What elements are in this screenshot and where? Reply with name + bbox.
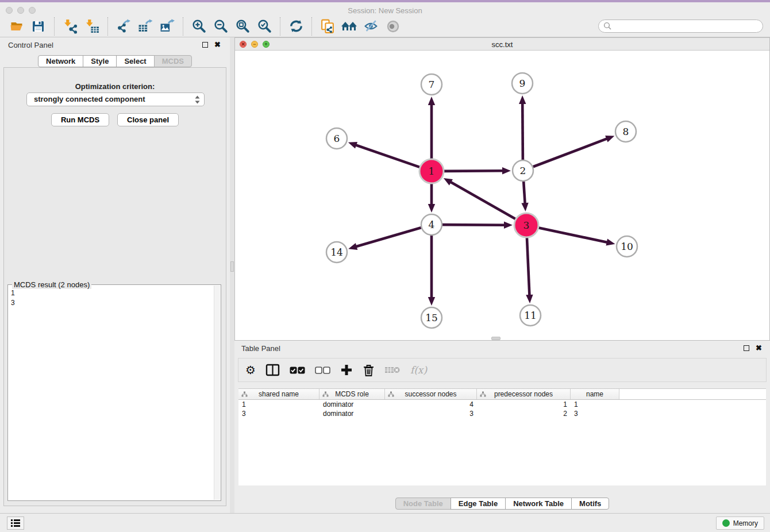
table-close-icon[interactable]: ✖ [756,344,762,352]
delete-table-button[interactable] [384,362,401,378]
apply-function-button[interactable]: f(x) [410,362,427,378]
table-settings-button[interactable]: ⚙ [245,362,256,378]
zoom-fit-button[interactable] [232,17,253,36]
table-row: 3dominator323 [238,409,766,418]
export-network-button[interactable] [113,17,134,36]
graph-edge-1-6[interactable] [355,145,419,167]
column-header[interactable]: MCDS role [319,389,385,399]
tab-style[interactable]: Style [83,55,117,67]
export-table-button[interactable] [134,17,156,36]
graph-node-label: 6 [334,133,340,144]
refresh-icon [288,18,304,34]
table-cell[interactable]: 3 [385,409,477,418]
graph-edge-3-1[interactable] [449,182,515,219]
network-view-window: ✕ − + scc.txt 7968124314101511 [234,37,770,341]
export-image-button[interactable] [156,17,178,36]
column-header[interactable]: name [571,389,619,399]
column-header[interactable]: shared name [238,389,319,399]
mcds-buttons: Run MCDS Close panel [4,113,226,126]
control-panel: Control Panel ✖ Network Style Select MCD… [0,37,230,513]
graph-node-label: 1 [429,165,435,177]
tab-select[interactable]: Select [116,55,154,67]
control-panel-title: Control Panel [8,41,53,49]
first-neighbors-button[interactable] [338,17,360,36]
table-cell[interactable]: 1 [477,400,571,409]
select-all-columns-button[interactable] [290,362,305,378]
graph-edge-4-3[interactable] [442,225,506,225]
table-cell[interactable]: 4 [385,400,477,409]
tab-node-table[interactable]: Node Table [395,498,451,510]
zoom-selected-icon [257,18,272,34]
graph-edge-4-14[interactable] [355,228,421,246]
column-header[interactable]: predecessor nodes [477,389,571,399]
graph-edge-2-8[interactable] [533,138,608,167]
table-row: 1dominator411 [238,400,766,409]
graph-edge-2-9[interactable] [522,102,523,160]
table-cell[interactable]: 2 [477,409,571,418]
delete-column-button[interactable] [363,362,375,378]
vertical-splitter[interactable] [230,37,234,513]
save-session-button[interactable] [28,17,49,36]
memory-button[interactable]: Memory [716,516,764,530]
graph-node-label: 3 [523,219,530,231]
mcds-result-text[interactable]: 1 3 [11,288,211,498]
tab-motifs[interactable]: Motifs [571,498,609,510]
horizontal-splitter-grip[interactable] [491,337,500,340]
table-cell[interactable]: 1 [238,400,319,409]
table-panel-header: Table Panel ✖ [234,341,770,356]
result-scrollbar[interactable] [214,286,220,500]
split-panel-button[interactable] [265,362,280,378]
graph-edge-1-2[interactable] [444,171,504,171]
show-all-button[interactable] [382,17,404,36]
save-floppy-icon [31,19,46,34]
network-canvas[interactable]: 7968124314101511 [235,51,769,341]
graph-edge-3-11[interactable] [527,238,530,296]
criterion-select[interactable]: strongly connected component [26,92,205,106]
memory-label: Memory [733,519,758,527]
graph-edge-3-10[interactable] [539,228,609,243]
graph-edge-2-3[interactable] [523,182,525,205]
splitter-grip[interactable] [230,261,234,272]
split-columns-icon [265,364,280,376]
duplicate-network-button[interactable] [317,17,338,36]
eye-disabled-icon [386,19,401,34]
duplicate-network-icon [319,18,336,34]
column-header[interactable]: successor nodes [385,389,477,399]
tab-network[interactable]: Network [38,55,83,67]
import-network-button[interactable] [59,17,81,36]
graph-node-label: 2 [520,165,526,176]
unchecked-boxes-icon [315,367,330,374]
zoom-out-button[interactable] [210,17,232,36]
zoom-in-button[interactable] [188,17,210,36]
hide-selected-button[interactable] [360,17,382,36]
table-cell[interactable]: dominator [319,409,385,418]
table-cell[interactable]: dominator [319,400,385,409]
import-table-button[interactable] [81,17,103,36]
tab-network-table[interactable]: Network Table [505,498,572,510]
run-mcds-button[interactable]: Run MCDS [51,113,109,126]
close-panel-icon[interactable]: ✖ [214,40,221,49]
toolbar-separator [311,17,312,36]
table-cell[interactable]: 1 [571,400,619,409]
zoom-out-icon [213,18,229,34]
add-column-button[interactable] [340,362,353,378]
table-float-icon[interactable] [744,345,749,351]
open-session-button[interactable] [6,17,28,36]
tab-mcds[interactable]: MCDS [154,55,192,67]
table-cell[interactable]: 3 [571,409,619,418]
search-field [598,20,763,33]
task-history-button[interactable] [7,516,24,530]
float-panel-icon[interactable] [202,42,208,48]
refresh-button[interactable] [285,17,307,36]
tab-edge-table[interactable]: Edge Table [451,498,506,510]
zoom-selected-button[interactable] [253,17,275,36]
search-input[interactable] [598,20,763,33]
toolbar-separator [183,17,183,36]
export-image-icon [159,18,175,34]
table-cell[interactable]: 3 [238,409,319,418]
control-panel-header: Control Panel ✖ [0,37,230,52]
mcds-panel-body: Optimization criterion: strongly connect… [3,67,226,506]
graph-edge-arrow [428,97,435,105]
deselect-all-columns-button[interactable] [315,362,330,378]
close-panel-button[interactable]: Close panel [117,113,179,126]
